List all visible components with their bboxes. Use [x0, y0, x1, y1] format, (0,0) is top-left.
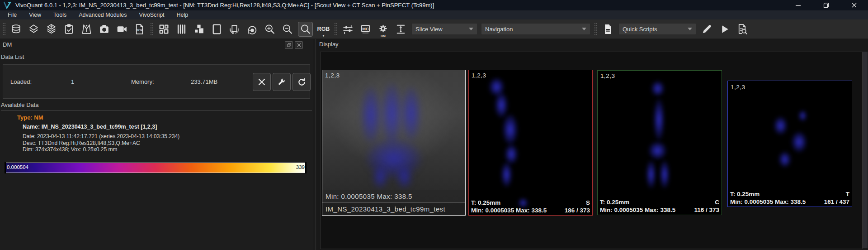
colormap-min-value: 0.000504	[7, 164, 28, 170]
svg-text:MC: MC	[362, 26, 369, 31]
dataset-date: Date: 2023-04-13 11:42:17.721 (series 20…	[23, 133, 179, 139]
menu-bar: File View Tools Advanced Modules VivoScr…	[0, 10, 868, 19]
mc-icon[interactable]: MC	[359, 22, 373, 36]
vivoquant-window: VivoQuant 6.0.1 - 1,2,3: IM_NS_20230413_…	[0, 0, 868, 250]
toolbar-grip[interactable]	[2, 23, 5, 35]
rotate-3d-icon[interactable]	[227, 22, 241, 36]
memory-value: 233.71MB	[191, 78, 217, 85]
panel-orientation: C	[715, 199, 719, 206]
colormap-max-value: 339	[296, 164, 305, 170]
dm-panel: DM Data List Loaded: 1 Memory: 233.71MB	[0, 39, 313, 250]
coronal-scan-image[interactable]	[598, 71, 722, 215]
panel-thickness: T: 0.25mm	[471, 199, 547, 207]
video-camera-icon[interactable]	[115, 22, 129, 36]
chevron-down-icon	[688, 28, 692, 30]
panel-series-label: 1,2,3	[325, 72, 340, 79]
panel-minmax: Min: 0.0005035 Max: 338.5	[730, 198, 806, 206]
chevron-down-icon	[582, 28, 586, 30]
scout-view-panel[interactable]: 1,2,3 Min: 0.0005035 Max: 338.5 IM_NS_20…	[322, 70, 466, 216]
zoom-out-icon[interactable]	[280, 22, 294, 36]
panel-divider[interactable]	[316, 39, 316, 250]
menu-help[interactable]: Help	[177, 12, 189, 18]
sagittal-scan-image[interactable]	[469, 70, 592, 215]
reset-rotation-icon[interactable]	[245, 22, 259, 36]
sagittal-view-panel[interactable]: 1,2,3 T: 0.25mm Min: 0.0005035 Max: 338.…	[468, 70, 593, 216]
database-icon[interactable]	[9, 22, 23, 36]
loaded-label: Loaded:	[10, 78, 32, 85]
panel-minmax: Min: 0.0005035 Max: 338.5	[600, 207, 675, 214]
available-data-header: Available Data	[1, 101, 312, 111]
menu-tools[interactable]: Tools	[53, 12, 66, 18]
panel-thickness: T: 0.25mm	[600, 199, 675, 206]
adjust-sliders-icon[interactable]	[341, 22, 355, 36]
rgb-icon[interactable]: RGB ▾	[316, 22, 330, 36]
clipboard-check-icon[interactable]	[62, 22, 76, 36]
menu-file[interactable]: File	[8, 12, 17, 18]
close-icon[interactable]	[840, 0, 868, 10]
toolbar-grip[interactable]	[334, 23, 337, 35]
navigation-dropdown[interactable]: Navigation	[481, 23, 590, 35]
restore-button[interactable]	[812, 0, 840, 10]
fit-vertical-icon[interactable]	[394, 22, 408, 36]
panel-series-label: 1,2,3	[472, 72, 486, 79]
menu-view[interactable]: View	[29, 12, 41, 18]
chevron-down-icon	[469, 28, 473, 30]
dcm-file-icon[interactable]: DCM	[132, 22, 146, 36]
panel-dataset-name: IM_NS_20230413_3_bed_tc99m_test	[322, 202, 465, 215]
dataset-dim: Dim: 374x374x438; Vox: 0.25x0.25 mm	[23, 146, 117, 153]
data-list-label: Data List	[1, 53, 24, 60]
script-document-icon[interactable]	[601, 22, 615, 36]
panel-series-label: 1,2,3	[731, 84, 745, 91]
transverse-scan-image[interactable]	[728, 81, 852, 207]
dm-restore-icon[interactable]	[285, 41, 293, 49]
magnifier-icon[interactable]	[298, 22, 313, 37]
quick-scripts-dropdown[interactable]: Quick Scripts	[618, 23, 696, 35]
colormap-bar[interactable]: 0.000504 339	[5, 163, 307, 173]
refresh-icon[interactable]	[292, 73, 311, 91]
coronal-view-panel[interactable]: 1,2,3 T: 0.25mm Min: 0.0005035 Max: 338.…	[597, 70, 722, 215]
colormap-max-tick	[305, 162, 307, 173]
panel-orientation: S	[586, 199, 590, 207]
layers-icon[interactable]	[27, 22, 41, 36]
wrench-icon[interactable]	[273, 73, 291, 91]
script-search-icon[interactable]	[735, 22, 749, 36]
dm-settings-gear-icon[interactable]: DM	[376, 22, 390, 36]
menu-advanced-modules[interactable]: Advanced Modules	[79, 12, 127, 18]
panel-orientation: T	[846, 191, 849, 198]
panel-slice-counter[interactable]: 116 / 373	[694, 207, 719, 214]
dataset-type[interactable]: Type: NM	[17, 114, 43, 121]
dataset-desc: Desc: TT3Dnd Reg:Hi,Res128,It48,S3,Q:Me+…	[23, 140, 140, 146]
available-data-label: Available Data	[1, 101, 39, 108]
dm-close-icon[interactable]	[295, 41, 303, 49]
window-title: VivoQuant 6.0.1 - 1,2,3: IM_NS_20230413_…	[15, 0, 434, 10]
display-scrollbar[interactable]	[863, 52, 868, 248]
edit-pencil-icon[interactable]	[700, 22, 714, 36]
slice-view-dropdown[interactable]: Slice View	[411, 23, 477, 35]
vivoquant-logo-icon	[3, 1, 12, 10]
memory-label: Memory:	[131, 78, 154, 85]
grid-view-icon[interactable]	[157, 22, 171, 36]
main-toolbar: DCM RGB ▾	[0, 19, 868, 39]
camera-icon[interactable]	[97, 22, 111, 36]
run-play-icon[interactable]	[717, 22, 731, 36]
multi-slice-icon[interactable]	[175, 22, 189, 36]
toolbar-grip[interactable]	[150, 23, 153, 35]
panel-minmax: Min: 0.0005035 Max: 338.5	[471, 207, 547, 214]
zoom-in-icon[interactable]	[263, 22, 277, 36]
menu-vivoscript[interactable]: VivoScript	[139, 12, 165, 18]
loaded-value: 1	[71, 78, 74, 85]
clear-data-button[interactable]	[253, 73, 271, 91]
panel-slice-counter[interactable]: 186 / 373	[565, 207, 590, 214]
layers-add-icon[interactable]	[44, 22, 58, 36]
tuxedo-icon[interactable]	[80, 22, 94, 36]
toolbar-grip[interactable]	[594, 23, 597, 35]
mosaic-view-icon[interactable]	[192, 22, 206, 36]
minimize-button[interactable]	[784, 0, 812, 10]
panel-series-label: 1,2,3	[600, 72, 615, 79]
title-bar: VivoQuant 6.0.1 - 1,2,3: IM_NS_20230413_…	[0, 0, 868, 10]
transverse-view-panel[interactable]: 1,2,3 T: 0.25mm Min: 0.0005035 Max: 338.…	[727, 81, 852, 207]
colormap-min-tick	[5, 162, 6, 173]
dataset-name[interactable]: Name: IM_NS_20230413_3_bed_tc99m_test [1…	[23, 124, 157, 130]
single-view-icon[interactable]	[210, 22, 224, 36]
panel-slice-counter[interactable]: 161 / 437	[824, 198, 849, 206]
